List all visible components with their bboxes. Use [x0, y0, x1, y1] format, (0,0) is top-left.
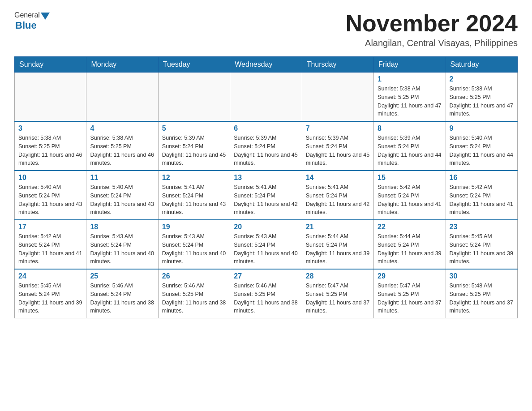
column-header-sunday: Sunday: [15, 57, 86, 73]
day-number: 10: [18, 174, 82, 182]
day-info: Sunrise: 5:43 AMSunset: 5:24 PMDaylight:…: [162, 232, 226, 266]
calendar-cell: 5Sunrise: 5:39 AMSunset: 5:24 PMDaylight…: [158, 121, 230, 171]
day-number: 17: [18, 223, 82, 231]
day-number: 27: [234, 272, 298, 280]
calendar-cell: 6Sunrise: 5:39 AMSunset: 5:24 PMDaylight…: [230, 121, 302, 171]
day-number: 30: [450, 272, 514, 280]
day-number: 18: [90, 223, 154, 231]
day-number: 28: [306, 272, 370, 280]
calendar-cell: 2Sunrise: 5:38 AMSunset: 5:25 PMDaylight…: [446, 73, 517, 122]
day-info: Sunrise: 5:39 AMSunset: 5:24 PMDaylight:…: [306, 134, 370, 167]
logo-blue-text: Blue: [15, 20, 37, 31]
day-number: 19: [162, 223, 226, 231]
calendar-week-row: 24Sunrise: 5:45 AMSunset: 5:24 PMDayligh…: [15, 269, 518, 318]
day-number: 4: [90, 124, 154, 133]
calendar-cell: 13Sunrise: 5:41 AMSunset: 5:24 PMDayligh…: [230, 171, 302, 220]
month-title: November 2024: [346, 11, 518, 36]
day-info: Sunrise: 5:39 AMSunset: 5:24 PMDaylight:…: [234, 134, 298, 167]
day-info: Sunrise: 5:44 AMSunset: 5:24 PMDaylight:…: [378, 232, 442, 266]
day-number: 6: [234, 124, 298, 133]
day-info: Sunrise: 5:41 AMSunset: 5:24 PMDaylight:…: [162, 183, 226, 217]
day-info: Sunrise: 5:40 AMSunset: 5:24 PMDaylight:…: [90, 183, 154, 217]
calendar-cell: 29Sunrise: 5:47 AMSunset: 5:25 PMDayligh…: [374, 269, 446, 318]
location-title: Alangilan, Central Visayas, Philippines: [346, 38, 518, 48]
logo: General Blue: [14, 11, 50, 31]
calendar-cell: 10Sunrise: 5:40 AMSunset: 5:24 PMDayligh…: [15, 171, 86, 220]
calendar-cell: 19Sunrise: 5:43 AMSunset: 5:24 PMDayligh…: [158, 220, 230, 269]
calendar-cell: 21Sunrise: 5:44 AMSunset: 5:24 PMDayligh…: [302, 220, 373, 269]
calendar-cell: 28Sunrise: 5:47 AMSunset: 5:25 PMDayligh…: [302, 269, 373, 318]
day-number: 22: [378, 223, 442, 231]
day-info: Sunrise: 5:45 AMSunset: 5:24 PMDaylight:…: [18, 282, 82, 315]
logo-arrow-icon: [41, 13, 50, 20]
day-info: Sunrise: 5:42 AMSunset: 5:24 PMDaylight:…: [378, 183, 442, 217]
day-info: Sunrise: 5:40 AMSunset: 5:24 PMDaylight:…: [18, 183, 82, 217]
day-info: Sunrise: 5:47 AMSunset: 5:25 PMDaylight:…: [378, 282, 442, 315]
day-number: 7: [306, 124, 370, 133]
day-info: Sunrise: 5:38 AMSunset: 5:25 PMDaylight:…: [450, 85, 514, 118]
calendar-cell: [158, 73, 230, 122]
calendar-cell: [230, 73, 302, 122]
calendar-cell: 8Sunrise: 5:39 AMSunset: 5:24 PMDaylight…: [374, 121, 446, 171]
calendar-cell: 30Sunrise: 5:48 AMSunset: 5:25 PMDayligh…: [446, 269, 517, 318]
day-number: 9: [450, 124, 514, 133]
calendar-cell: [86, 73, 158, 122]
calendar-week-row: 17Sunrise: 5:42 AMSunset: 5:24 PMDayligh…: [15, 220, 518, 269]
day-info: Sunrise: 5:39 AMSunset: 5:24 PMDaylight:…: [162, 134, 226, 167]
day-number: 15: [378, 174, 442, 182]
calendar-cell: 23Sunrise: 5:45 AMSunset: 5:24 PMDayligh…: [446, 220, 517, 269]
day-number: 8: [378, 124, 442, 133]
calendar-header-row: SundayMondayTuesdayWednesdayThursdayFrid…: [15, 57, 518, 73]
calendar-cell: 16Sunrise: 5:42 AMSunset: 5:24 PMDayligh…: [446, 171, 517, 220]
day-number: 14: [306, 174, 370, 182]
calendar-cell: 27Sunrise: 5:46 AMSunset: 5:25 PMDayligh…: [230, 269, 302, 318]
calendar-cell: 25Sunrise: 5:46 AMSunset: 5:24 PMDayligh…: [86, 269, 158, 318]
page-header: General Blue November 2024 Alangilan, Ce…: [14, 11, 518, 48]
day-number: 24: [18, 272, 82, 280]
day-info: Sunrise: 5:41 AMSunset: 5:24 PMDaylight:…: [234, 183, 298, 217]
day-info: Sunrise: 5:44 AMSunset: 5:24 PMDaylight:…: [306, 232, 370, 266]
calendar-cell: 11Sunrise: 5:40 AMSunset: 5:24 PMDayligh…: [86, 171, 158, 220]
day-number: 20: [234, 223, 298, 231]
day-info: Sunrise: 5:42 AMSunset: 5:24 PMDaylight:…: [450, 183, 514, 217]
day-number: 5: [162, 124, 226, 133]
day-number: 26: [162, 272, 226, 280]
day-info: Sunrise: 5:47 AMSunset: 5:25 PMDaylight:…: [306, 282, 370, 315]
calendar-cell: 20Sunrise: 5:43 AMSunset: 5:24 PMDayligh…: [230, 220, 302, 269]
column-header-thursday: Thursday: [302, 57, 373, 73]
day-info: Sunrise: 5:45 AMSunset: 5:24 PMDaylight:…: [450, 232, 514, 266]
calendar-cell: [15, 73, 86, 122]
day-info: Sunrise: 5:46 AMSunset: 5:25 PMDaylight:…: [162, 282, 226, 315]
column-header-monday: Monday: [86, 57, 158, 73]
day-info: Sunrise: 5:38 AMSunset: 5:25 PMDaylight:…: [90, 134, 154, 167]
day-info: Sunrise: 5:46 AMSunset: 5:25 PMDaylight:…: [234, 282, 298, 315]
day-info: Sunrise: 5:46 AMSunset: 5:24 PMDaylight:…: [90, 282, 154, 315]
day-info: Sunrise: 5:38 AMSunset: 5:25 PMDaylight:…: [18, 134, 82, 167]
calendar-week-row: 10Sunrise: 5:40 AMSunset: 5:24 PMDayligh…: [15, 171, 518, 220]
calendar-cell: 18Sunrise: 5:43 AMSunset: 5:24 PMDayligh…: [86, 220, 158, 269]
calendar-cell: 22Sunrise: 5:44 AMSunset: 5:24 PMDayligh…: [374, 220, 446, 269]
calendar-cell: [302, 73, 373, 122]
calendar-cell: 1Sunrise: 5:38 AMSunset: 5:25 PMDaylight…: [374, 73, 446, 122]
day-number: 2: [450, 75, 514, 83]
title-area: November 2024 Alangilan, Central Visayas…: [346, 11, 518, 48]
day-info: Sunrise: 5:43 AMSunset: 5:24 PMDaylight:…: [90, 232, 154, 266]
calendar-cell: 3Sunrise: 5:38 AMSunset: 5:25 PMDaylight…: [15, 121, 86, 171]
day-number: 16: [450, 174, 514, 182]
day-info: Sunrise: 5:41 AMSunset: 5:24 PMDaylight:…: [306, 183, 370, 217]
day-info: Sunrise: 5:42 AMSunset: 5:24 PMDaylight:…: [18, 232, 82, 266]
calendar-cell: 17Sunrise: 5:42 AMSunset: 5:24 PMDayligh…: [15, 220, 86, 269]
calendar-cell: 24Sunrise: 5:45 AMSunset: 5:24 PMDayligh…: [15, 269, 86, 318]
logo-general-text: General: [14, 11, 40, 19]
column-header-wednesday: Wednesday: [230, 57, 302, 73]
calendar-cell: 4Sunrise: 5:38 AMSunset: 5:25 PMDaylight…: [86, 121, 158, 171]
day-number: 3: [18, 124, 82, 133]
day-info: Sunrise: 5:48 AMSunset: 5:25 PMDaylight:…: [450, 282, 514, 315]
day-number: 1: [378, 75, 442, 83]
calendar-cell: 9Sunrise: 5:40 AMSunset: 5:24 PMDaylight…: [446, 121, 517, 171]
day-number: 23: [450, 223, 514, 231]
calendar-week-row: 3Sunrise: 5:38 AMSunset: 5:25 PMDaylight…: [15, 121, 518, 171]
day-number: 13: [234, 174, 298, 182]
calendar-cell: 12Sunrise: 5:41 AMSunset: 5:24 PMDayligh…: [158, 171, 230, 220]
calendar-cell: 14Sunrise: 5:41 AMSunset: 5:24 PMDayligh…: [302, 171, 373, 220]
